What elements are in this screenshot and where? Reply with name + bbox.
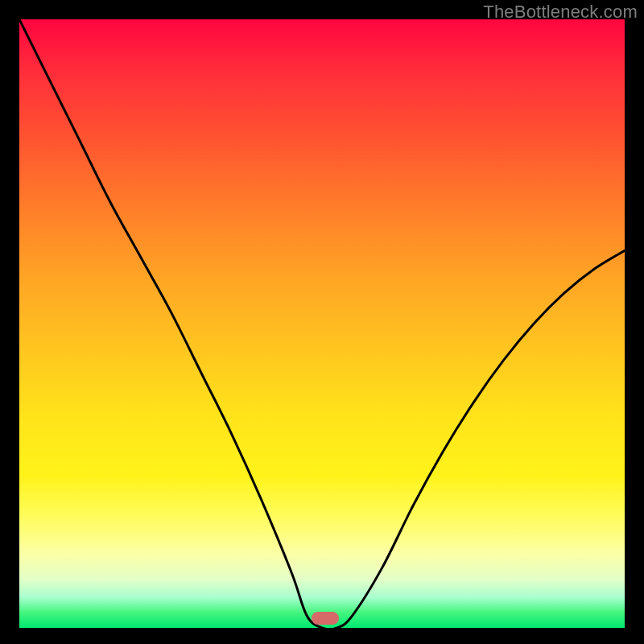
optimal-marker <box>312 612 339 625</box>
bottleneck-curve <box>19 19 625 628</box>
plot-area <box>19 19 625 628</box>
chart-frame: TheBottleneck.com <box>0 0 644 644</box>
